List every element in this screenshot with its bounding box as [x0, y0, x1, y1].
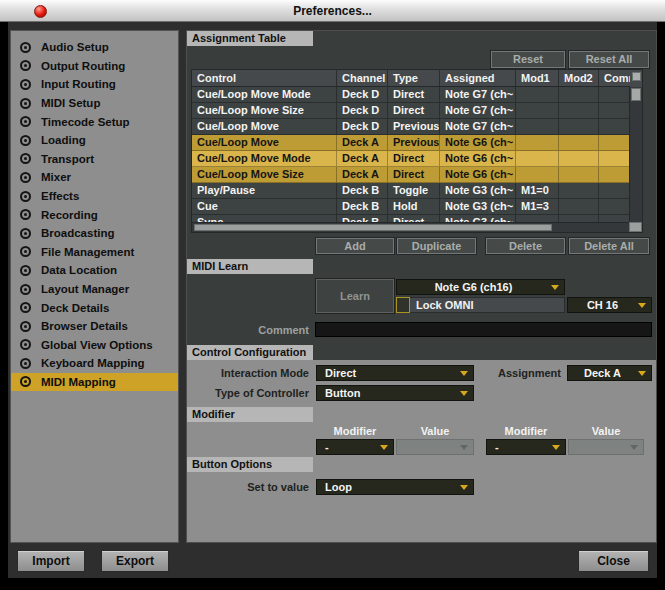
col-header-assigned[interactable]: Assigned	[440, 70, 516, 86]
sidebar-item-global-view-options[interactable]: Global View Options	[11, 336, 178, 355]
vertical-scrollbar-thumb[interactable]	[631, 88, 641, 101]
radio-icon	[20, 228, 31, 239]
table-row-highlighted[interactable]: Cue/Loop Move SizeDeck ADirectNote G6 (c…	[192, 167, 630, 183]
value1-header: Value	[396, 425, 474, 437]
type-of-controller-dropdown[interactable]: Button	[316, 385, 474, 401]
horizontal-scrollbar[interactable]	[192, 222, 630, 232]
radio-icon	[20, 246, 31, 257]
lock-omni-label: Lock OMNI	[410, 297, 565, 313]
lock-omni-checkbox[interactable]	[396, 297, 410, 313]
modifier2-dropdown[interactable]: -	[486, 439, 566, 455]
sidebar-item-layout-manager[interactable]: Layout Manager	[11, 280, 178, 299]
scrollbar-corner-icon	[630, 70, 642, 87]
delete-all-button[interactable]: Delete All	[569, 238, 649, 254]
sidebar-item-broadcasting[interactable]: Broadcasting	[11, 224, 178, 243]
reset-all-button[interactable]: Reset All	[569, 51, 649, 68]
assignment-label: Assignment	[437, 367, 561, 379]
radio-icon	[20, 358, 31, 369]
col-header-control[interactable]: Control	[192, 70, 337, 86]
radio-icon	[20, 135, 31, 146]
sidebar-item-browser-details[interactable]: Browser Details	[11, 317, 178, 336]
col-header-comment[interactable]: Comm	[599, 70, 630, 86]
button-options-section-header: Button Options	[187, 457, 313, 472]
sidebar-item-loading[interactable]: Loading	[11, 131, 178, 150]
preferences-window: Preferences... Audio Setup Output Routin…	[0, 0, 665, 590]
radio-icon	[20, 191, 31, 202]
sidebar-item-deck-details[interactable]: Deck Details	[11, 298, 178, 317]
interaction-mode-label: Interaction Mode	[187, 367, 309, 379]
table-row-selected[interactable]: Cue/Loop Move ModeDeck ADirectNote G6 (c…	[192, 151, 630, 167]
sidebar-item-audio-setup[interactable]: Audio Setup	[11, 38, 178, 57]
import-button[interactable]: Import	[17, 550, 85, 572]
table-row-highlighted[interactable]: Cue/Loop MoveDeck APreviousNote G6 (ch~	[192, 135, 630, 151]
horizontal-scrollbar-thumb[interactable]	[194, 224, 552, 231]
radio-icon	[20, 98, 31, 109]
modifier2-header: Modifier	[486, 425, 566, 437]
sidebar-item-keyboard-mapping[interactable]: Keyboard Mapping	[11, 354, 178, 373]
sidebar-item-input-routing[interactable]: Input Routing	[11, 75, 178, 94]
sidebar-item-midi-setup[interactable]: MIDI Setup	[11, 94, 178, 113]
radio-icon	[20, 302, 31, 313]
assignment-table: Control Channel Type Assigned Mod1 Mod2 …	[191, 69, 643, 233]
add-button[interactable]: Add	[316, 238, 394, 254]
sidebar-item-effects[interactable]: Effects	[11, 187, 178, 206]
close-button[interactable]: Close	[578, 550, 649, 572]
sidebar-item-data-location[interactable]: Data Location	[11, 261, 178, 280]
chevron-down-icon	[638, 371, 646, 376]
delete-button[interactable]: Delete	[486, 238, 565, 254]
value2-dropdown-disabled	[568, 439, 644, 455]
midi-channel-dropdown[interactable]: CH 16	[567, 297, 652, 313]
duplicate-button[interactable]: Duplicate	[397, 238, 476, 254]
sidebar-item-midi-mapping[interactable]: MIDI Mapping	[11, 373, 178, 392]
assignment-table-section-header: Assignment Table	[187, 31, 313, 46]
radio-icon	[20, 42, 31, 53]
sidebar-item-recording[interactable]: Recording	[11, 205, 178, 224]
chevron-down-icon	[630, 445, 638, 450]
lock-omni-row: Lock OMNI	[396, 297, 565, 313]
set-to-value-dropdown[interactable]: Loop	[316, 479, 474, 495]
comment-label: Comment	[187, 324, 309, 336]
table-row[interactable]: Cue/Loop Move ModeDeck DDirectNote G7 (c…	[192, 87, 630, 103]
radio-icon	[20, 321, 31, 332]
radio-icon	[20, 79, 31, 90]
value1-dropdown-disabled	[396, 439, 474, 455]
scrollbar-corner	[629, 222, 642, 232]
sidebar-item-output-routing[interactable]: Output Routing	[11, 57, 178, 76]
sidebar-item-transport[interactable]: Transport	[11, 150, 178, 169]
sidebar-item-mixer[interactable]: Mixer	[11, 168, 178, 187]
chevron-down-icon	[551, 285, 559, 290]
learn-button[interactable]: Learn	[316, 279, 394, 313]
radio-icon	[20, 339, 31, 350]
radio-icon	[20, 376, 31, 387]
radio-icon	[20, 153, 31, 164]
sidebar-item-timecode-setup[interactable]: Timecode Setup	[11, 112, 178, 131]
col-header-mod1[interactable]: Mod1	[516, 70, 559, 86]
table-row[interactable]: Play/PauseDeck BToggleNote G3 (ch~M1=0	[192, 183, 630, 199]
chevron-down-icon	[460, 485, 468, 490]
window-title: Preferences...	[293, 4, 372, 18]
reset-button[interactable]: Reset	[491, 51, 565, 68]
sidebar-item-file-management[interactable]: File Management	[11, 243, 178, 262]
assignment-dropdown[interactable]: Deck A	[567, 365, 652, 381]
modifier1-dropdown[interactable]: -	[316, 439, 394, 455]
modifier-section-header: Modifier	[187, 407, 313, 422]
midi-note-dropdown[interactable]: Note G6 (ch16)	[396, 279, 565, 295]
radio-icon	[20, 265, 31, 276]
radio-icon	[20, 284, 31, 295]
table-row[interactable]: CueDeck BHoldNote G3 (ch~M1=3	[192, 199, 630, 215]
comment-input[interactable]	[315, 322, 652, 337]
preferences-content: Assignment Table Reset Reset All Control…	[186, 30, 657, 543]
table-row[interactable]: Cue/Loop MoveDeck DPreviousNote G7 (ch~	[192, 119, 630, 135]
col-header-channel[interactable]: Channel	[337, 70, 388, 86]
window-close-icon[interactable]	[34, 5, 47, 18]
radio-icon	[20, 60, 31, 71]
col-header-type[interactable]: Type	[388, 70, 440, 86]
radio-icon	[20, 209, 31, 220]
col-header-mod2[interactable]: Mod2	[559, 70, 599, 86]
export-button[interactable]: Export	[101, 550, 169, 572]
table-row[interactable]: Cue/Loop Move SizeDeck DDirectNote G7 (c…	[192, 103, 630, 119]
vertical-scrollbar[interactable]	[629, 87, 642, 224]
value2-header: Value	[568, 425, 644, 437]
type-of-controller-label: Type of Controller	[187, 387, 309, 399]
chevron-down-icon	[460, 391, 468, 396]
